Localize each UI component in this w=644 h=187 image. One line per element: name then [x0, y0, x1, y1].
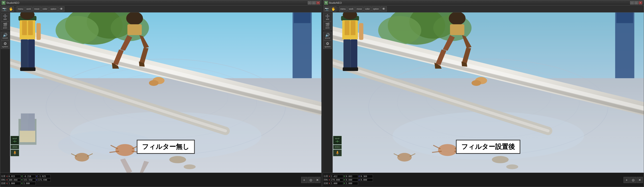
rot-x-axis-2: X: [329, 179, 330, 181]
pos-z-group-1: Z -1.925: [36, 175, 50, 178]
svg-rect-60: [350, 21, 355, 35]
sidebar-add-2[interactable]: ➕ add: [323, 13, 332, 22]
pos-z-val-1[interactable]: -1.925: [38, 175, 50, 178]
minimize-btn-1[interactable]: ─: [308, 1, 312, 4]
toolbar-icon-move-2[interactable]: 🖐: [330, 6, 336, 12]
rot-y-val-1[interactable]: 153.554: [23, 178, 36, 182]
svg-rect-59: [344, 21, 349, 35]
rot-x-axis-1: X: [6, 179, 8, 181]
pos-y-val-1[interactable]: -0.218: [23, 175, 36, 178]
app-icon-1: N: [2, 1, 6, 5]
close-btn-1[interactable]: ✕: [316, 1, 320, 4]
svg-rect-17: [20, 68, 29, 71]
scale-y-val-1[interactable]: 1.000: [23, 182, 36, 185]
window-controls-1: ─ □ ✕: [308, 1, 320, 4]
rot-y-axis-1: Y: [21, 179, 22, 181]
toolbar-icon-camera-2[interactable]: 📷: [324, 6, 330, 12]
pos-x-axis-1: X: [6, 175, 8, 177]
add-icon-1: ➕: [3, 14, 8, 18]
toolbar-option-2[interactable]: option: [372, 6, 380, 12]
toolbar-color-2[interactable]: color: [364, 6, 371, 12]
rotation-row-1: 回転 X 340.844 Y 153.554 Z 172.696: [1, 178, 50, 182]
rot-y-val-2[interactable]: 0.000: [345, 178, 358, 182]
svg-rect-14: [28, 21, 33, 35]
toolbar-color-1[interactable]: color: [42, 6, 49, 12]
sidebar-system-1[interactable]: ⚙ system: [1, 40, 10, 49]
viewport-1[interactable]: フィルター無し MAP 追加点 🧍: [10, 12, 322, 173]
rot-x-group-2: X 270.000: [329, 178, 343, 182]
pos-x-val-1[interactable]: 0.915: [8, 175, 21, 178]
sidebar-system-2[interactable]: ⚙ system: [323, 40, 332, 49]
toolbar-move-1[interactable]: move: [33, 6, 41, 12]
bottom-add-btn-2[interactable]: +: [624, 177, 630, 183]
pos-x-val-2[interactable]: 2.412: [330, 175, 343, 178]
svg-point-33: [116, 144, 134, 156]
sidebar-sep-1: [2, 31, 9, 31]
maximize-btn-1[interactable]: □: [312, 1, 316, 4]
rot-z-val-2[interactable]: 0.000: [360, 178, 373, 182]
svg-rect-26: [294, 12, 310, 23]
sidebar-add-1[interactable]: ➕ add: [1, 13, 10, 22]
close-btn-2[interactable]: ✕: [638, 1, 642, 4]
bottom-close-btn-1[interactable]: ✕: [314, 177, 320, 183]
titlebar-1: N StudioNEO ─ □ ✕: [0, 0, 322, 6]
character-icon-btn-1[interactable]: 🧍: [10, 150, 19, 156]
pos-z-val-2[interactable]: 0.369: [360, 175, 373, 178]
add-label-2: add: [326, 18, 329, 20]
sound-label-2: sound: [325, 37, 330, 39]
app-icon-2: N: [324, 1, 328, 5]
toolbar-option-1[interactable]: option: [49, 6, 58, 12]
scale-y-group-2: Y 1.000: [344, 182, 358, 185]
map-icon-1: [12, 140, 17, 143]
scale-y-val-2[interactable]: 1.000: [345, 182, 358, 185]
toolbar-sep-1: [15, 6, 15, 11]
svg-rect-63: [342, 68, 351, 71]
bottom-circle-btn-1[interactable]: ◎: [308, 177, 314, 183]
rot-y-group-2: Y 0.000: [344, 178, 358, 182]
toolbar-icon-move-1[interactable]: 🖐: [8, 6, 14, 12]
add-point-label-1: 追加点: [12, 146, 18, 148]
add-point-btn-2[interactable]: 追加点: [333, 145, 342, 149]
toolbar-move-2[interactable]: move: [355, 6, 363, 12]
sidebar-anim-2[interactable]: 🎬 anim: [323, 22, 332, 30]
toolbar-icon-eye-2[interactable]: 👁: [381, 6, 387, 12]
character-icon-btn-2[interactable]: 🧍: [333, 150, 342, 156]
svg-rect-16: [28, 39, 35, 68]
scale-label-2: 拡縮: [324, 182, 328, 185]
add-point-label-2: 追加点: [335, 146, 340, 148]
bottom-circle-btn-2[interactable]: ◎: [630, 177, 636, 183]
toolbar-menu-1[interactable]: menu: [16, 6, 25, 12]
toolbar-work-2[interactable]: work: [348, 6, 355, 12]
toolbar-menu-2[interactable]: menu: [339, 6, 347, 12]
svg-rect-13: [22, 21, 27, 35]
map-widget-1[interactable]: MAP: [10, 136, 19, 144]
scale-x-axis-2: X: [329, 182, 330, 184]
rot-x-val-1[interactable]: 340.844: [8, 178, 21, 182]
maximize-btn-2[interactable]: □: [634, 1, 638, 4]
bottom-add-btn-1[interactable]: +: [301, 177, 307, 183]
sidebar-sound-1[interactable]: 🔊 sound: [1, 32, 10, 40]
rot-x-val-2[interactable]: 270.000: [330, 178, 343, 182]
bottom-close-btn-2[interactable]: ✕: [637, 177, 643, 183]
svg-rect-64: [350, 68, 358, 71]
character-icon-1: 🧍: [12, 150, 18, 156]
sidebar-2: ➕ add 🎬 anim 🔊 sound ⚙ system: [323, 12, 333, 173]
minimize-btn-2[interactable]: ─: [630, 1, 634, 4]
toolbar-icon-camera-1[interactable]: 📷: [1, 6, 7, 12]
scale-x-val-2[interactable]: 1.000: [330, 182, 343, 185]
add-point-btn-1[interactable]: 追加点: [10, 145, 19, 149]
toolbar-work-1[interactable]: work: [25, 6, 32, 12]
scale-x-val-1[interactable]: 1.000: [8, 182, 21, 185]
scale-row-2: 拡縮 X 1.000 Y 1.000: [324, 182, 373, 185]
pos-y-val-2[interactable]: 0.003: [345, 175, 358, 178]
svg-point-78: [397, 153, 412, 162]
rot-z-val-1[interactable]: 172.696: [38, 178, 50, 182]
toolbar-icon-eye-1[interactable]: 👁: [58, 6, 64, 12]
sidebar-sound-2[interactable]: 🔊 sound: [323, 32, 332, 40]
main-content-1: ➕ add 🎬 anim 🔊 sound ⚙ system: [0, 12, 322, 173]
viewport-2[interactable]: フィルター設置後 MAP 追加点 🧍: [333, 12, 644, 173]
sidebar-anim-1[interactable]: 🎬 anim: [1, 22, 10, 30]
bottom-icons-2: + ◎ ✕: [624, 177, 643, 183]
scale-label-1: 拡縮: [1, 182, 6, 185]
map-widget-2[interactable]: MAP: [333, 136, 342, 144]
